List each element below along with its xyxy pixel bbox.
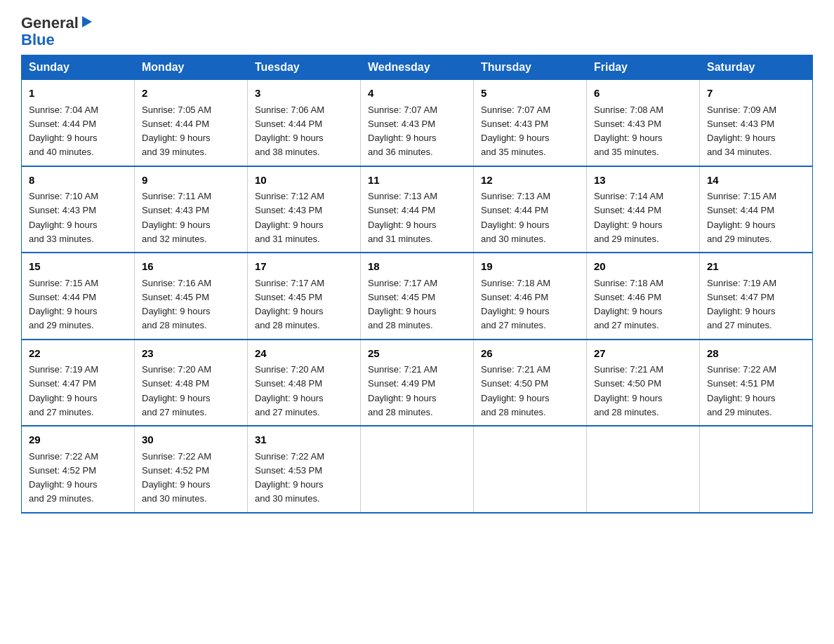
calendar-cell: 14Sunrise: 7:15 AMSunset: 4:44 PMDayligh… (700, 166, 813, 253)
day-number: 8 (29, 173, 127, 189)
day-info: Sunrise: 7:13 AMSunset: 4:44 PMDaylight:… (481, 191, 550, 244)
day-number: 20 (594, 259, 692, 275)
day-number: 7 (707, 86, 805, 102)
day-info: Sunrise: 7:10 AMSunset: 4:43 PMDaylight:… (29, 191, 98, 244)
day-number: 27 (594, 346, 692, 362)
calendar-cell: 2Sunrise: 7:05 AMSunset: 4:44 PMDaylight… (135, 80, 248, 166)
day-number: 26 (481, 346, 579, 362)
calendar-cell: 13Sunrise: 7:14 AMSunset: 4:44 PMDayligh… (587, 166, 700, 253)
calendar-week-row: 15Sunrise: 7:15 AMSunset: 4:44 PMDayligh… (22, 253, 813, 340)
weekday-header-row: SundayMondayTuesdayWednesdayThursdayFrid… (22, 55, 813, 80)
day-number: 29 (29, 432, 127, 448)
day-info: Sunrise: 7:07 AMSunset: 4:43 PMDaylight:… (481, 105, 550, 158)
day-info: Sunrise: 7:12 AMSunset: 4:43 PMDaylight:… (255, 191, 324, 244)
day-number: 9 (142, 173, 240, 189)
day-info: Sunrise: 7:20 AMSunset: 4:48 PMDaylight:… (255, 364, 324, 417)
weekday-header-tuesday: Tuesday (248, 55, 361, 80)
weekday-header-monday: Monday (135, 55, 248, 80)
calendar-cell: 11Sunrise: 7:13 AMSunset: 4:44 PMDayligh… (361, 166, 474, 253)
day-number: 6 (594, 86, 692, 102)
day-number: 10 (255, 173, 353, 189)
calendar-week-row: 1Sunrise: 7:04 AMSunset: 4:44 PMDaylight… (22, 80, 813, 166)
calendar-cell: 24Sunrise: 7:20 AMSunset: 4:48 PMDayligh… (248, 340, 361, 427)
day-info: Sunrise: 7:18 AMSunset: 4:46 PMDaylight:… (481, 278, 550, 331)
logo-general-text: General (21, 14, 79, 32)
day-number: 16 (142, 259, 240, 275)
day-info: Sunrise: 7:21 AMSunset: 4:49 PMDaylight:… (368, 364, 437, 417)
calendar-cell: 23Sunrise: 7:20 AMSunset: 4:48 PMDayligh… (135, 340, 248, 427)
calendar-cell: 20Sunrise: 7:18 AMSunset: 4:46 PMDayligh… (587, 253, 700, 340)
calendar-cell: 15Sunrise: 7:15 AMSunset: 4:44 PMDayligh… (22, 253, 135, 340)
day-info: Sunrise: 7:22 AMSunset: 4:53 PMDaylight:… (255, 451, 324, 504)
day-number: 30 (142, 432, 240, 448)
day-number: 31 (255, 432, 353, 448)
weekday-header-wednesday: Wednesday (361, 55, 474, 80)
day-number: 1 (29, 86, 127, 102)
day-info: Sunrise: 7:17 AMSunset: 4:45 PMDaylight:… (368, 278, 437, 331)
day-number: 25 (368, 346, 466, 362)
calendar-cell: 28Sunrise: 7:22 AMSunset: 4:51 PMDayligh… (700, 340, 813, 427)
calendar-cell: 31Sunrise: 7:22 AMSunset: 4:53 PMDayligh… (248, 426, 361, 513)
calendar-cell: 12Sunrise: 7:13 AMSunset: 4:44 PMDayligh… (474, 166, 587, 253)
calendar-cell: 17Sunrise: 7:17 AMSunset: 4:45 PMDayligh… (248, 253, 361, 340)
day-info: Sunrise: 7:07 AMSunset: 4:43 PMDaylight:… (368, 105, 437, 158)
day-number: 13 (594, 173, 692, 189)
calendar-cell: 6Sunrise: 7:08 AMSunset: 4:43 PMDaylight… (587, 80, 700, 166)
weekday-header-friday: Friday (587, 55, 700, 80)
calendar-cell: 7Sunrise: 7:09 AMSunset: 4:43 PMDaylight… (700, 80, 813, 166)
day-number: 19 (481, 259, 579, 275)
day-number: 12 (481, 173, 579, 189)
calendar-cell (474, 426, 587, 513)
day-info: Sunrise: 7:17 AMSunset: 4:45 PMDaylight:… (255, 278, 324, 331)
calendar-cell: 30Sunrise: 7:22 AMSunset: 4:52 PMDayligh… (135, 426, 248, 513)
page-header: General Blue (21, 14, 813, 48)
day-number: 5 (481, 86, 579, 102)
day-number: 15 (29, 259, 127, 275)
day-number: 17 (255, 259, 353, 275)
day-number: 3 (255, 86, 353, 102)
day-info: Sunrise: 7:13 AMSunset: 4:44 PMDaylight:… (368, 191, 437, 244)
calendar-cell: 4Sunrise: 7:07 AMSunset: 4:43 PMDaylight… (361, 80, 474, 166)
calendar-cell (361, 426, 474, 513)
day-info: Sunrise: 7:21 AMSunset: 4:50 PMDaylight:… (481, 364, 550, 417)
calendar-table: SundayMondayTuesdayWednesdayThursdayFrid… (21, 55, 813, 514)
day-info: Sunrise: 7:16 AMSunset: 4:45 PMDaylight:… (142, 278, 211, 331)
calendar-cell: 16Sunrise: 7:16 AMSunset: 4:45 PMDayligh… (135, 253, 248, 340)
day-info: Sunrise: 7:06 AMSunset: 4:44 PMDaylight:… (255, 105, 324, 158)
logo-blue-text: Blue (21, 32, 55, 48)
day-info: Sunrise: 7:04 AMSunset: 4:44 PMDaylight:… (29, 105, 98, 158)
day-info: Sunrise: 7:22 AMSunset: 4:51 PMDaylight:… (707, 364, 776, 417)
calendar-cell (700, 426, 813, 513)
day-number: 4 (368, 86, 466, 102)
calendar-cell: 5Sunrise: 7:07 AMSunset: 4:43 PMDaylight… (474, 80, 587, 166)
day-info: Sunrise: 7:09 AMSunset: 4:43 PMDaylight:… (707, 105, 776, 158)
day-number: 23 (142, 346, 240, 362)
calendar-cell: 9Sunrise: 7:11 AMSunset: 4:43 PMDaylight… (135, 166, 248, 253)
calendar-cell: 1Sunrise: 7:04 AMSunset: 4:44 PMDaylight… (22, 80, 135, 166)
calendar-cell: 8Sunrise: 7:10 AMSunset: 4:43 PMDaylight… (22, 166, 135, 253)
day-number: 14 (707, 173, 805, 189)
calendar-cell: 21Sunrise: 7:19 AMSunset: 4:47 PMDayligh… (700, 253, 813, 340)
day-number: 24 (255, 346, 353, 362)
weekday-header-thursday: Thursday (474, 55, 587, 80)
logo: General Blue (21, 14, 93, 48)
logo-arrow-icon (81, 17, 93, 30)
day-info: Sunrise: 7:18 AMSunset: 4:46 PMDaylight:… (594, 278, 663, 331)
calendar-cell: 26Sunrise: 7:21 AMSunset: 4:50 PMDayligh… (474, 340, 587, 427)
day-info: Sunrise: 7:22 AMSunset: 4:52 PMDaylight:… (142, 451, 211, 504)
day-number: 18 (368, 259, 466, 275)
calendar-cell (587, 426, 700, 513)
calendar-cell: 19Sunrise: 7:18 AMSunset: 4:46 PMDayligh… (474, 253, 587, 340)
day-info: Sunrise: 7:19 AMSunset: 4:47 PMDaylight:… (707, 278, 776, 331)
day-info: Sunrise: 7:15 AMSunset: 4:44 PMDaylight:… (29, 278, 98, 331)
day-number: 2 (142, 86, 240, 102)
calendar-week-row: 29Sunrise: 7:22 AMSunset: 4:52 PMDayligh… (22, 426, 813, 513)
day-number: 28 (707, 346, 805, 362)
calendar-cell: 22Sunrise: 7:19 AMSunset: 4:47 PMDayligh… (22, 340, 135, 427)
day-info: Sunrise: 7:21 AMSunset: 4:50 PMDaylight:… (594, 364, 663, 417)
calendar-week-row: 8Sunrise: 7:10 AMSunset: 4:43 PMDaylight… (22, 166, 813, 253)
day-info: Sunrise: 7:15 AMSunset: 4:44 PMDaylight:… (707, 191, 776, 244)
day-info: Sunrise: 7:19 AMSunset: 4:47 PMDaylight:… (29, 364, 98, 417)
weekday-header-sunday: Sunday (22, 55, 135, 80)
day-info: Sunrise: 7:20 AMSunset: 4:48 PMDaylight:… (142, 364, 211, 417)
